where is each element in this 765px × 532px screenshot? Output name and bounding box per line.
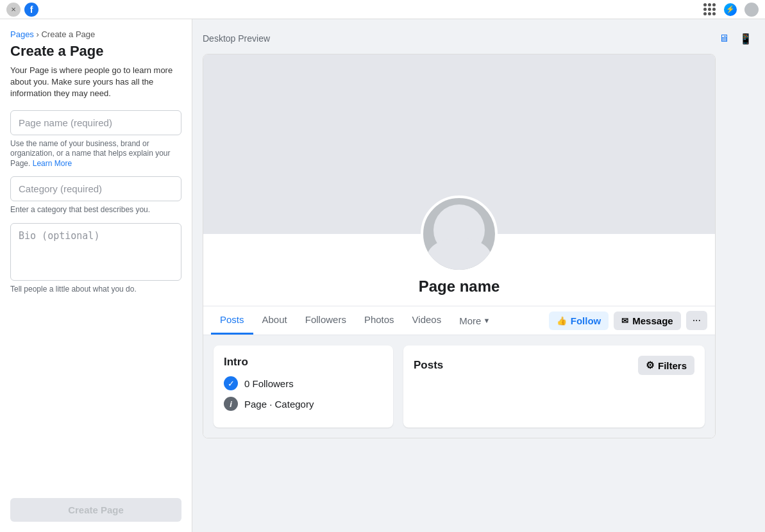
tab-more[interactable]: More ▼ (450, 308, 499, 334)
page-nav-actions: 👍 Follow ✉ Message ··· (549, 311, 707, 330)
messenger-icon[interactable]: ⚡ (724, 3, 737, 16)
profile-avatar (421, 195, 498, 272)
bio-hint: Tell people a little about what you do. (10, 285, 181, 295)
left-sidebar: Pages › Create a Page Create a Page Your… (0, 19, 192, 532)
check-circle: ✓ (224, 376, 238, 390)
avatar-body (427, 238, 491, 272)
nav-left: × f (6, 3, 38, 17)
follow-icon: 👍 (557, 316, 567, 326)
posts-card: Posts ⚙ Filters (403, 345, 705, 428)
preview-area: Desktop Preview 🖥 📱 Page name Posts (192, 19, 765, 532)
follow-label: Follow (571, 315, 601, 326)
create-page-button[interactable]: Create Page (10, 498, 181, 522)
message-button[interactable]: ✉ Message (614, 312, 680, 330)
filters-icon: ⚙ (646, 360, 654, 371)
more-label: More (459, 315, 481, 326)
profile-name: Page name (419, 278, 500, 295)
follow-button[interactable]: 👍 Follow (549, 312, 609, 330)
facebook-logo: f (24, 3, 38, 17)
chevron-down-icon: ▼ (483, 317, 490, 324)
page-title: Create a Page (10, 43, 181, 60)
page-subtitle: Your Page is where people go to learn mo… (10, 65, 181, 100)
category-item: i Page · Category (224, 397, 383, 411)
category-input[interactable] (10, 176, 181, 201)
subtitle-text: Your Page is where people go to learn mo… (10, 65, 172, 98)
main-layout: Pages › Create a Page Create a Page Your… (0, 19, 765, 532)
breadcrumb: Pages › Create a Page (10, 29, 181, 39)
preview-header: Desktop Preview 🖥 📱 (203, 29, 755, 47)
desktop-toggle[interactable]: 🖥 (715, 29, 733, 47)
category-hint: Enter a category that best describes you… (10, 205, 181, 215)
page-nav: Posts About Followers Photos Videos More… (203, 306, 715, 335)
page-name-input[interactable] (10, 110, 181, 135)
learn-more-link-1[interactable]: Learn More (33, 159, 72, 168)
followers-count: 0 Followers (244, 378, 294, 389)
bio-input[interactable] (10, 223, 181, 281)
tab-about[interactable]: About (253, 306, 296, 335)
filters-button[interactable]: ⚙ Filters (638, 356, 694, 375)
page-category: Page · Category (244, 399, 314, 410)
tab-videos[interactable]: Videos (403, 306, 451, 335)
preview-title: Desktop Preview (203, 33, 270, 44)
top-navigation: × f ⚡ (0, 0, 765, 19)
info-circle: i (224, 397, 238, 411)
nav-right: ⚡ (702, 3, 759, 17)
mobile-toggle[interactable]: 📱 (737, 29, 755, 47)
message-label: Message (632, 315, 673, 326)
message-icon: ✉ (621, 316, 628, 326)
page-content: Intro ✓ 0 Followers i Page · Category (203, 335, 715, 438)
posts-header: Posts ⚙ Filters (414, 356, 694, 375)
pages-link[interactable]: Pages (10, 29, 34, 39)
followers-check-icon: ✓ (224, 376, 238, 390)
more-options-button[interactable]: ··· (686, 311, 707, 330)
info-icon: i (224, 397, 238, 411)
preview-toggle: 🖥 📱 (715, 29, 755, 47)
grid-icon[interactable] (702, 3, 716, 17)
followers-item: ✓ 0 Followers (224, 376, 383, 390)
profile-section: Page name (203, 195, 715, 306)
breadcrumb-current: Create a Page (41, 29, 95, 39)
intro-card: Intro ✓ 0 Followers i Page · Category (214, 345, 393, 428)
tab-photos[interactable]: Photos (355, 306, 403, 335)
posts-title: Posts (414, 359, 443, 372)
grid-dots (703, 3, 716, 15)
page-name-hint: Use the name of your business, brand or … (10, 139, 181, 169)
close-button[interactable]: × (6, 3, 21, 17)
fb-page-preview: Page name Posts About Followers Photos V… (203, 54, 716, 438)
tab-followers[interactable]: Followers (296, 306, 355, 335)
filters-label: Filters (658, 360, 687, 371)
tab-posts[interactable]: Posts (211, 306, 253, 335)
user-avatar[interactable] (744, 3, 759, 17)
breadcrumb-separator: › (34, 29, 42, 39)
intro-title: Intro (224, 356, 383, 369)
